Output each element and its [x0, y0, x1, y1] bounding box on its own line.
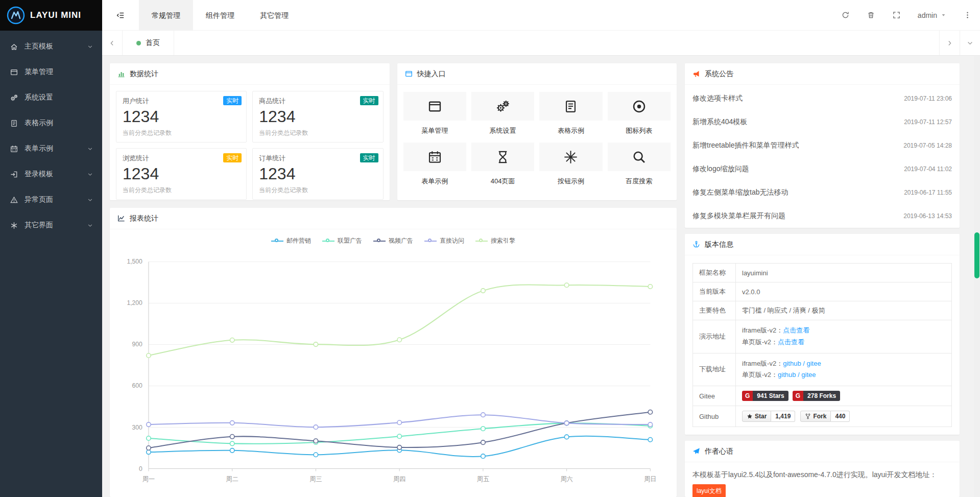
svg-text:周一: 周一	[142, 476, 155, 483]
stat-sub: 当前分类总记录数	[259, 129, 376, 137]
version-link[interactable]: 点击查看	[778, 338, 804, 346]
stat-label: 用户统计	[123, 97, 240, 106]
version-link[interactable]: github	[783, 360, 801, 367]
refresh-icon[interactable]	[833, 0, 858, 31]
legend-item[interactable]: 联盟广告	[322, 236, 362, 245]
top-nav-tab[interactable]: 组件管理	[193, 0, 247, 31]
signin-icon	[10, 171, 19, 178]
version-value: v2.0.0	[742, 288, 760, 296]
gitee-logo: G	[742, 391, 753, 401]
sidebar-item[interactable]: 系统设置	[0, 85, 102, 110]
report-card: 报表统计 邮件营销联盟广告视频广告直接访问搜索引擎 03006009001,20…	[110, 208, 677, 497]
scrollbar-thumb[interactable]	[974, 232, 979, 278]
quick-entry-tile[interactable]: 菜单管理	[403, 92, 466, 135]
version-row: 下载地址iframe版-v2：github / gitee单页版-v2：gith…	[693, 353, 952, 386]
version-cell: iframe版-v2：github / gitee单页版-v2：github /…	[736, 353, 952, 386]
legend-label: 联盟广告	[338, 236, 362, 245]
sidebar-item-label: 表格示例	[25, 119, 53, 128]
sidebar-item[interactable]: 主页模板	[0, 34, 102, 59]
github-badge[interactable]: Fork440	[800, 411, 850, 422]
gitee-badge[interactable]: G941 Stars	[742, 391, 788, 401]
tabs-more-button[interactable]	[960, 31, 980, 55]
svg-text:900: 900	[132, 341, 143, 348]
sidebar-item-label: 登录模板	[25, 170, 53, 179]
author-body: 本模板基于layui2.5.4以及font-awesome-4.7.0进行实现。…	[685, 462, 960, 497]
bar-chart-icon	[117, 70, 125, 78]
more-options-icon[interactable]	[954, 0, 980, 31]
quick-entry-tile[interactable]: 表单示例	[403, 143, 466, 186]
user-menu[interactable]: admin	[910, 0, 954, 31]
version-line: iframe版-v2：点击查看	[742, 325, 945, 337]
legend-item[interactable]: 搜索引擎	[475, 236, 515, 245]
sidebar-item[interactable]: 异常页面	[0, 187, 102, 212]
legend-item[interactable]: 视频广告	[373, 236, 413, 245]
announcement-title: 修改logo缩放问题	[692, 164, 749, 174]
author-card-header: 作者心语	[685, 441, 960, 462]
sidebar-item[interactable]: 表格示例	[0, 110, 102, 136]
legend-label: 视频广告	[389, 236, 413, 245]
sidebar-item-label: 异常页面	[25, 195, 53, 204]
stat-sub: 当前分类总记录数	[123, 129, 240, 137]
version-label: 当前版本	[693, 282, 736, 301]
quick-entry-tile[interactable]: 百度搜索	[608, 143, 671, 186]
announcement-title: 修复多模块菜单栏展开有问题	[692, 211, 785, 221]
author-paragraph: 本模板基于layui2.5.4以及font-awesome-4.7.0进行实现。…	[692, 469, 952, 481]
chevron-down-icon	[87, 146, 93, 152]
gitee-badge[interactable]: G278 Forks	[793, 391, 840, 401]
github-badge[interactable]: Star1,419	[742, 411, 795, 422]
version-link[interactable]: github	[778, 371, 796, 378]
logo[interactable]: LAYUI MINI	[0, 0, 102, 31]
version-table: 框架名称layuimini当前版本v2.0.0主要特色零门槛 / 响应式 / 清…	[692, 263, 952, 427]
tabs-scroll-left-button[interactable]	[102, 31, 123, 55]
page-content: 数据统计 用户统计实时1234当前分类总记录数商品统计实时1234当前分类总记录…	[102, 56, 980, 497]
announcement-row[interactable]: 修复多模块菜单栏展开有问题2019-06-13 14:53	[685, 204, 960, 228]
announcement-row[interactable]: 新增treetable插件和菜单管理样式2019-07-05 14:28	[685, 134, 960, 157]
tab-home[interactable]: 首页	[123, 31, 174, 55]
warning-icon	[10, 196, 19, 204]
quick-entry-tile[interactable]: 表格示例	[539, 92, 602, 135]
announcement-title: 新增treetable插件和菜单管理样式	[692, 141, 799, 150]
quick-entry-tile[interactable]: 系统设置	[471, 92, 534, 135]
sidebar-item[interactable]: 菜单管理	[0, 59, 102, 85]
announcement-row[interactable]: 修改logo缩放问题2019-07-04 11:02	[685, 157, 960, 181]
layui-doc-badge[interactable]: layui文档	[692, 484, 726, 497]
quick-entry-tile[interactable]: 图标列表	[608, 92, 671, 135]
version-label: 主要特色	[693, 301, 736, 320]
caret-down-icon	[941, 12, 946, 18]
page-tabs-bar: 首页	[102, 31, 980, 56]
sidebar-collapse-button[interactable]	[102, 0, 139, 31]
announcement-row[interactable]: 新增系统404模板2019-07-11 12:57	[685, 110, 960, 134]
legend-item[interactable]: 邮件营销	[271, 236, 311, 245]
version-value: 零门槛 / 响应式 / 清爽 / 极简	[742, 306, 825, 314]
calendar-icon	[10, 145, 19, 153]
tabs-scroll-right-button[interactable]	[939, 31, 960, 55]
top-nav-tab[interactable]: 其它管理	[247, 0, 301, 31]
stats-card: 数据统计 用户统计实时1234当前分类总记录数商品统计实时1234当前分类总记录…	[110, 63, 390, 200]
content-scrollbar	[974, 56, 980, 497]
announcement-row[interactable]: 修复左侧菜单缩放tab无法移动2019-06-17 11:55	[685, 181, 960, 204]
version-row: 演示地址iframe版-v2：点击查看单页版-v2：点击查看	[693, 320, 952, 353]
fullscreen-icon[interactable]	[884, 0, 910, 31]
stat-value: 1234	[259, 107, 376, 126]
version-cell: G941 StarsG278 Forks	[736, 386, 952, 406]
sidebar-item[interactable]: 登录模板	[0, 161, 102, 187]
sidebar-item[interactable]: 表单示例	[0, 136, 102, 161]
quick-entry-tile[interactable]: 按钮示例	[539, 143, 602, 186]
quick-entry-tile[interactable]: 404页面	[471, 143, 534, 186]
version-row: 当前版本v2.0.0	[693, 282, 952, 301]
active-tab-dot	[136, 41, 141, 45]
legend-item[interactable]: 直接访问	[424, 236, 464, 245]
gitee-badge-text: 941 Stars	[753, 391, 788, 401]
version-link[interactable]: gitee	[806, 360, 821, 367]
version-link[interactable]: 点击查看	[783, 326, 809, 334]
legend-label: 邮件营销	[286, 236, 311, 245]
sidebar-item[interactable]: 其它界面	[0, 212, 102, 238]
quick-label: 404页面	[471, 177, 534, 186]
announcement-row[interactable]: 修改选项卡样式2019-07-11 23:06	[685, 87, 960, 110]
top-nav-tab[interactable]: 常规管理	[139, 0, 193, 31]
left-column: 数据统计 用户统计实时1234当前分类总记录数商品统计实时1234当前分类总记录…	[110, 63, 677, 497]
clear-cache-icon[interactable]	[858, 0, 884, 31]
version-link[interactable]: gitee	[801, 371, 816, 378]
version-row: 主要特色零门槛 / 响应式 / 清爽 / 极简	[693, 301, 952, 320]
stat-value: 1234	[123, 107, 240, 126]
